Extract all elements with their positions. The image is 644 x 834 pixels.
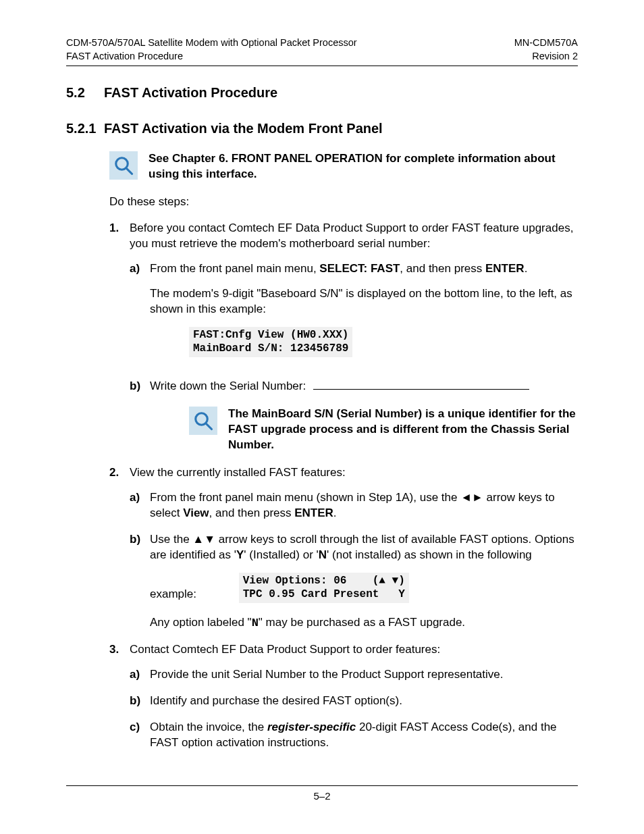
- step-3: Contact Comtech EF Data Product Support …: [109, 642, 578, 751]
- subsection-title: FAST Activation via the Modem Front Pane…: [104, 121, 383, 136]
- section-title: FAST Activation Procedure: [104, 85, 277, 100]
- step-3c: Obtain the invoice, the register-specifi…: [130, 720, 578, 751]
- header-right-line1: MN-CDM570A: [514, 36, 578, 50]
- subsection-heading: 5.2.1FAST Activation via the Modem Front…: [66, 121, 578, 136]
- step-2-text: View the currently installed FAST featur…: [130, 466, 346, 479]
- magnifier-icon: [189, 407, 217, 435]
- step-1a-para2: The modem's 9-digit "Baseboard S/N" is d…: [150, 286, 578, 317]
- body-content: See Chapter 6. FRONT PANEL OPERATION for…: [109, 151, 578, 751]
- header-left-line1: CDM-570A/570AL Satellite Modem with Opti…: [66, 36, 357, 50]
- step-2b-tail: Any option labeled "N" may be purchased …: [150, 615, 578, 631]
- step-1b: Write down the Serial Number: The MainBo…: [130, 379, 578, 453]
- magnifier-icon: [109, 151, 138, 180]
- header-right-line2: Revision 2: [514, 50, 578, 63]
- header-left-line2: FAST Activation Procedure: [66, 50, 357, 63]
- steps-list: Before you contact Comtech EF Data Produ…: [109, 221, 578, 751]
- serial-number-blank: [313, 389, 529, 390]
- step-3b: Identify and purchase the desired FAST o…: [130, 694, 578, 709]
- page-header: CDM-570A/570AL Satellite Modem with Opti…: [66, 36, 578, 66]
- step-3-text: Contact Comtech EF Data Product Support …: [130, 643, 440, 656]
- step-2: View the currently installed FAST featur…: [109, 465, 578, 631]
- page-number: 5–2: [313, 790, 330, 802]
- info-note: See Chapter 6. FRONT PANEL OPERATION for…: [109, 151, 578, 182]
- intro-text: Do these steps:: [109, 194, 578, 210]
- step-1a: From the front panel main menu, SELECT: …: [130, 261, 578, 360]
- step-2a: From the front panel main menu (shown in…: [130, 490, 578, 521]
- step-2b: Use the ▲▼ arrow keys to scroll through …: [130, 532, 578, 631]
- lcd-example-1: FAST:Cnfg View (HW0.XXX) MainBoard S/N: …: [189, 327, 352, 358]
- section-heading: 5.2FAST Activation Procedure: [66, 85, 578, 101]
- svg-line-1: [126, 168, 132, 174]
- page-footer: 5–2: [66, 785, 578, 802]
- step-3a: Provide the unit Serial Number to the Pr…: [130, 667, 578, 683]
- lcd-example-2: View Options: 06 (▲ ▼) TPC 0.95 Card Pre…: [239, 573, 409, 604]
- step-1-text: Before you contact Comtech EF Data Produ…: [130, 221, 573, 250]
- section-number: 5.2: [66, 85, 104, 101]
- note-text: See Chapter 6. FRONT PANEL OPERATION for…: [149, 151, 578, 182]
- inner-note-text: The MainBoard S/N (Serial Number) is a u…: [228, 407, 578, 453]
- subsection-number: 5.2.1: [66, 121, 104, 136]
- svg-line-3: [206, 423, 212, 429]
- step-1: Before you contact Comtech EF Data Produ…: [109, 221, 578, 453]
- document-page: CDM-570A/570AL Satellite Modem with Opti…: [0, 0, 644, 834]
- inner-info-note: The MainBoard S/N (Serial Number) is a u…: [189, 407, 578, 453]
